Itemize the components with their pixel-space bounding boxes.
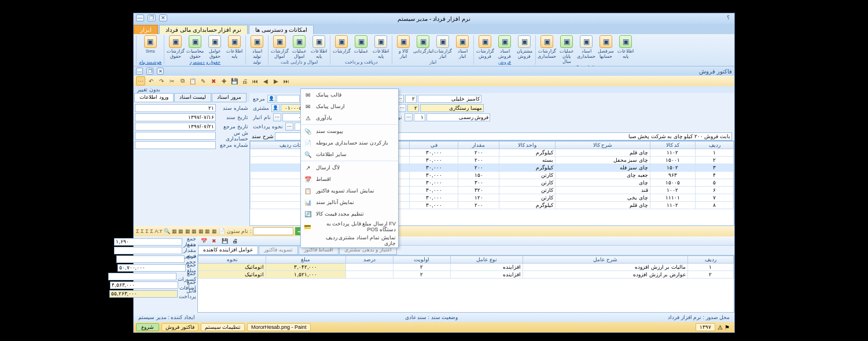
flag-icon[interactable]: ⚑ [724,324,730,331]
task-item[interactable]: فاکتور فروش [161,323,198,331]
delete-icon[interactable]: ✖ [209,76,218,86]
maximize-icon[interactable]: ❐ [148,14,156,21]
doc-field[interactable] [135,132,216,140]
tab-list[interactable]: لیست اسناد [174,93,212,102]
ribbon-item[interactable]: ▣گزارشات فروش [476,35,494,59]
ribbon-item[interactable]: ▣اسناد حسابداری [578,35,595,64]
seller-code[interactable] [405,95,417,103]
menu-item[interactable]: نمایش تمام اسناد مشتری ردیف جاری [301,233,398,247]
new-icon[interactable]: ✚ [219,76,229,86]
minimize-icon[interactable]: — [136,14,144,21]
edit-icon[interactable]: ✎ [198,76,208,86]
ribbon-item[interactable]: ▣کالا و انبار [395,35,412,59]
doc-field[interactable] [135,113,216,121]
bazaryab-code[interactable] [407,104,419,112]
menu-item[interactable]: 🔄تنظیم مجدد قیمت کالا [301,208,398,220]
warn-icon[interactable]: ⚠ [718,324,723,331]
menu-item[interactable]: 📅اقساط [301,173,398,185]
first-icon[interactable]: ⏮ [251,76,260,86]
close-icon[interactable]: ✕ [159,14,167,21]
lookup-icon[interactable]: ⋯ [285,123,293,131]
delete-row-icon[interactable]: ✖ [210,237,218,245]
menu-item[interactable]: ⚠یادآوری [301,112,398,124]
ribbon-item[interactable]: ▣گزارشات [333,35,350,59]
lookup-icon[interactable]: ⋯ [273,113,281,121]
lookup-icon[interactable]: 👤 [271,104,279,112]
last-icon[interactable]: ⏭ [282,76,291,86]
print-icon[interactable]: 🖨 [240,76,249,86]
factors-table[interactable]: ردیفشرح عاملنوع عاملاولویتدرصدمبلغنحوه۱م… [198,255,734,279]
task-item[interactable]: تنظیمات سیستم [201,323,245,331]
ribbon-item[interactable]: ▣اطلاعات پایه [372,35,389,59]
ribbon-item[interactable]: ▣اسناد فروش [496,35,513,59]
date-icon[interactable]: 📅 [200,237,208,245]
ribbon-item[interactable]: ▣سرفصل حسابها [597,35,615,64]
doc-field[interactable] [135,141,216,149]
tab-review[interactable]: مرور اسناد [212,93,247,102]
tab-tools[interactable]: ابزار [134,25,158,34]
ribbon-item[interactable]: ▣اطلاعات پایه [310,35,328,59]
start-button[interactable]: شروع [136,323,159,331]
redo-icon[interactable]: ↷ [157,76,166,86]
lookup-icon[interactable]: ⋯ [404,113,413,121]
menu-item[interactable]: ✉قالب پیامک [301,89,398,101]
ribbon-item[interactable]: ▣اطلاعات پایه [226,35,243,59]
doc-field[interactable] [135,104,216,112]
ribbon-item[interactable]: ▣عملیات پایان سال [558,35,575,64]
type-name[interactable] [426,113,490,121]
seller-name[interactable] [418,95,481,103]
task-item[interactable]: MororHesab.png - Paint [247,323,311,331]
doc-field[interactable] [135,123,216,131]
sub-min-icon[interactable]: — [136,68,143,75]
save-row-icon[interactable]: 💾 [220,237,229,245]
table-row[interactable]: ۱مالیات بر ارزش افزودهافزاینده۲۳,۰۴۲,۰۰۰… [198,264,734,271]
help-icon[interactable]: ؟ [724,14,732,21]
marja-code[interactable] [277,95,300,103]
copy-icon[interactable]: ⧉ [178,76,187,86]
tab-access[interactable]: امکانات و دسترسی ها [249,25,314,34]
menu-item[interactable]: ↗لاگ ارسال [301,162,398,173]
undo-icon[interactable]: ↶ [146,76,156,86]
menu-item[interactable]: 🔍سایر اطلاعات [301,149,398,160]
btab-settle[interactable]: تسویه فاکتور [259,246,298,255]
menu-item[interactable]: 📋نمایش اسناد تسویه فاکتور [301,185,398,197]
ribbon-item[interactable]: ▣عوامل حقوق [206,35,223,59]
ribbon-item[interactable]: ▣انبارگردانی [414,35,432,59]
ribbon-item[interactable]: ▣گزارشات حقوق [167,35,184,59]
next-icon[interactable]: ▶ [271,76,281,86]
save-icon[interactable]: 💾 [230,76,239,86]
ribbon-item[interactable]: ▣اطلاعات پایه [617,35,634,64]
prev-icon[interactable]: ◀ [261,76,270,86]
menu-item[interactable]: 📎پیوست سند [301,125,398,137]
more-button[interactable]: ⋯ [136,76,145,86]
cut-icon[interactable]: ✂ [167,76,176,86]
menu-item[interactable]: 💳FV ارسال مبلغ قابل پرداخت به دستگاه POS [301,220,398,233]
menu-item[interactable]: ✉ارسال پیامک [301,101,398,112]
ribbon-item[interactable]: ▣مشتریان فروش [516,35,533,59]
ribbon-item[interactable]: ▣محاسبات حقوق [186,35,204,59]
menu-item[interactable]: 📊نمایش آنالیز سند [301,197,398,208]
ribbon-item[interactable]: ▣گزارشات حسابداری [538,35,556,64]
bazaryab-name[interactable] [420,104,484,112]
context-menu[interactable]: ✉قالب پیامک✉ارسال پیامک⚠یادآوری📎پیوست سن… [300,88,399,248]
ribbon-item[interactable]: ▣Sms [142,35,159,54]
col-filter-input[interactable] [253,227,293,235]
tab-accounting[interactable]: نرم افزار حسابداری مالی فرداد [159,25,248,34]
task-year[interactable]: ۱۳۹۷ [696,323,715,331]
ribbon-item[interactable]: ▣عملیات [352,35,370,59]
ribbon-item[interactable]: ▣گزارشات انبار [434,35,451,59]
lookup-icon[interactable]: ⋯ [398,104,406,112]
paste-icon[interactable]: 📋 [188,76,197,86]
sub-restore-icon[interactable]: ❐ [146,68,153,75]
tab-entry[interactable]: ورود اطلاعات [134,93,174,102]
menu-item[interactable]: 📄باز کردن سند حسابداری مربوطه [301,137,398,149]
ribbon-item[interactable]: ▣اسناد انبار [454,35,471,59]
btab-factors[interactable]: عوامل افزاینده کاهنده [198,246,258,255]
type-code[interactable] [414,113,425,121]
table-row[interactable]: ۲عوارض بر ارزش افزودهافزاینده۲۱,۵۲۱,۰۰۰ا… [198,271,734,279]
lookup-icon[interactable]: 👤 [267,95,275,103]
ribbon-item[interactable]: ▣گزارشات اموال [271,35,288,59]
ribbon-item[interactable]: ▣عملیات اموال [290,35,308,59]
ribbon-item[interactable]: ▣اسناد تولید [248,35,266,59]
print-row-icon[interactable]: 🖨 [231,237,239,245]
